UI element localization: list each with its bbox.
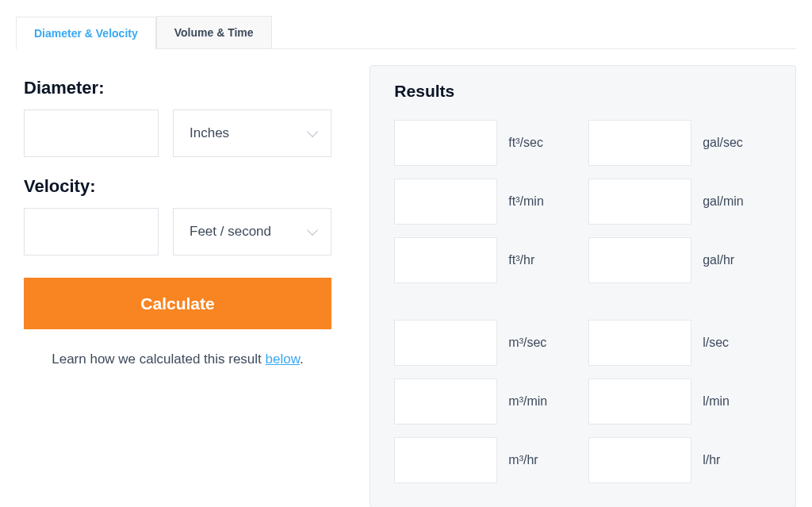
- result-value-box: [394, 320, 497, 366]
- grid-spacer: [394, 296, 772, 307]
- result-label: ft³/min: [508, 194, 543, 209]
- result-m3-sec: m³/sec: [394, 320, 577, 366]
- result-l-min: l/min: [588, 378, 772, 424]
- result-value-box: [588, 120, 691, 166]
- result-ft3-min: ft³/min: [394, 179, 577, 225]
- results-title: Results: [394, 82, 772, 101]
- result-value-box: [588, 378, 691, 424]
- result-label: l/sec: [703, 336, 729, 350]
- result-value-box: [588, 320, 691, 366]
- input-panel: Diameter: Inches Velocity: Feet / second…: [16, 65, 346, 507]
- diameter-row: Inches: [24, 109, 338, 157]
- velocity-input[interactable]: [24, 208, 159, 255]
- result-ft3-hr: ft³/hr: [394, 237, 577, 283]
- result-value-box: [394, 237, 497, 283]
- result-label: gal/hr: [703, 253, 734, 267]
- result-l-hr: l/hr: [588, 437, 772, 483]
- result-value-box: [394, 378, 497, 424]
- result-value-box: [394, 437, 497, 483]
- result-label: gal/sec: [703, 136, 743, 150]
- result-m3-min: m³/min: [394, 378, 577, 424]
- calculate-button[interactable]: Calculate: [24, 278, 331, 329]
- result-value-box: [394, 179, 497, 225]
- tab-diameter-velocity[interactable]: Diameter & Velocity: [16, 17, 156, 49]
- tab-volume-time[interactable]: Volume & Time: [156, 16, 272, 48]
- learn-link[interactable]: below: [266, 351, 300, 367]
- result-ft3-sec: ft³/sec: [394, 120, 577, 166]
- diameter-unit-select[interactable]: Inches: [173, 109, 331, 157]
- velocity-unit-value: Feet / second: [190, 224, 271, 240]
- learn-suffix: .: [300, 351, 304, 367]
- diameter-label: Diameter:: [24, 78, 338, 98]
- result-value-box: [588, 437, 691, 483]
- result-label: ft³/hr: [508, 253, 534, 267]
- result-label: ft³/sec: [508, 136, 543, 150]
- velocity-label: Velocity:: [24, 176, 338, 197]
- result-m3-hr: m³/hr: [394, 437, 577, 483]
- result-label: m³/hr: [508, 453, 538, 467]
- learn-prefix: Learn how we calculated this result: [52, 351, 265, 367]
- tabs-container: Diameter & Velocity Volume & Time: [16, 16, 796, 49]
- results-panel: Results ft³/sec gal/sec ft³/min gal/min …: [370, 65, 796, 507]
- result-gal-sec: gal/sec: [588, 120, 772, 166]
- diameter-unit-value: Inches: [190, 125, 229, 141]
- result-label: l/hr: [703, 453, 720, 467]
- content-area: Diameter: Inches Velocity: Feet / second…: [16, 49, 796, 507]
- result-gal-min: gal/min: [588, 179, 772, 225]
- learn-text: Learn how we calculated this result belo…: [24, 351, 331, 367]
- result-label: m³/sec: [508, 336, 546, 350]
- results-grid: ft³/sec gal/sec ft³/min gal/min ft³/hr g…: [394, 120, 772, 483]
- velocity-row: Feet / second: [24, 208, 338, 255]
- result-gal-hr: gal/hr: [588, 237, 772, 283]
- result-value-box: [588, 179, 691, 225]
- result-label: l/min: [703, 394, 730, 409]
- result-label: m³/min: [508, 394, 547, 409]
- diameter-input[interactable]: [24, 109, 159, 157]
- result-value-box: [588, 237, 691, 283]
- result-l-sec: l/sec: [588, 320, 772, 366]
- result-value-box: [394, 120, 497, 166]
- result-label: gal/min: [703, 194, 744, 209]
- velocity-unit-select[interactable]: Feet / second: [173, 208, 331, 255]
